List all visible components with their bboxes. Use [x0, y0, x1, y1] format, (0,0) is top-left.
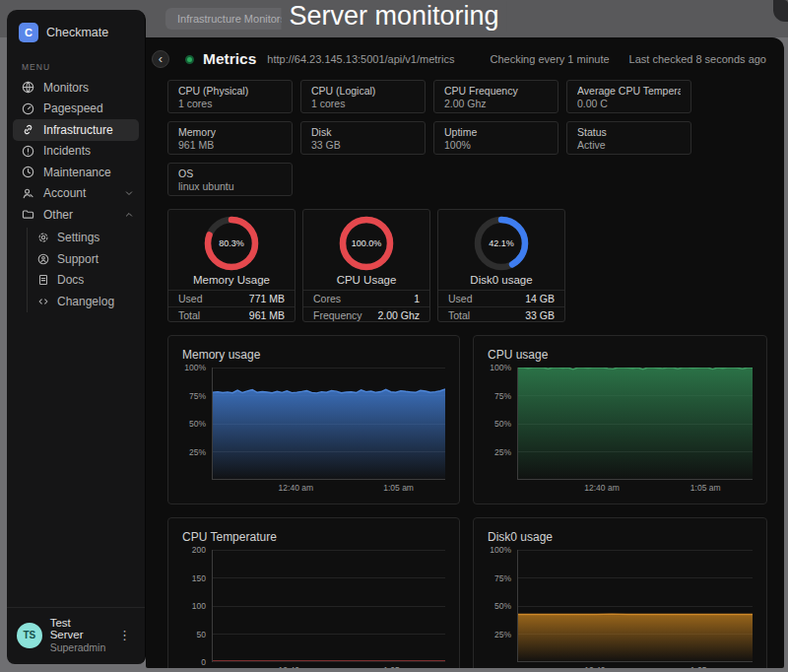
gauge-row: Used14 GB — [438, 290, 564, 306]
y-tick-label: 0 — [201, 657, 206, 667]
gauge-card-cpu-usage: 100.0%CPU UsageCores1Frequency2.00 Ghz — [302, 209, 430, 322]
x-axis: 12:40 am1:05 am — [212, 662, 445, 668]
gauge-row: Total961 MB — [168, 306, 295, 322]
user-name: Test Server — [50, 617, 106, 640]
sidebar-item-incidents[interactable]: Incidents — [13, 141, 139, 163]
stat-label: Disk — [311, 126, 415, 139]
y-axis: 100%75%50%25% — [488, 368, 517, 480]
gauge-row-key: Used — [448, 293, 473, 304]
gauge-row-value: 771 MB — [249, 293, 285, 304]
user-role: Superadmin — [50, 641, 106, 653]
gauge-row-value: 33 GB — [525, 309, 555, 321]
stat-value: 2.00 Ghz — [444, 98, 548, 110]
x-tick-label: 12:40 am — [584, 665, 619, 668]
link-icon — [21, 122, 35, 137]
sidebar-subitem-docs[interactable]: Docs — [28, 270, 145, 292]
sidebar-item-pagespeed[interactable]: Pagespeed — [13, 99, 139, 120]
sidebar-subitem-changelog[interactable]: Changelog — [28, 291, 145, 312]
sidebar: C Checkmate MENU MonitorsPagespeedInfras… — [7, 10, 146, 664]
sidebar-subitem-label: Docs — [57, 273, 84, 287]
y-tick-label: 50% — [494, 419, 511, 429]
y-tick-label: 100% — [490, 363, 511, 372]
gauge-row-value: 961 MB — [249, 309, 285, 321]
stat-label: CPU (Logical) — [311, 85, 415, 98]
globe-icon — [21, 80, 35, 95]
chart-card-memory-usage: Memory usage100%75%50%25%12:40 am1:05 am — [167, 335, 460, 504]
gauge-row: Used771 MB — [168, 290, 295, 306]
kebab-menu-icon[interactable]: ⋮ — [114, 626, 135, 644]
chevron-down-icon — [123, 187, 135, 199]
stat-value: 1 cores — [311, 98, 415, 110]
gauge-row-value: 1 — [414, 293, 420, 304]
stat-label: Status — [577, 126, 681, 139]
plot-area — [212, 550, 445, 662]
plot-area — [212, 368, 445, 480]
sidebar-item-label: Pagespeed — [43, 101, 103, 115]
stat-label: Memory — [178, 126, 282, 139]
last-checked: Last checked 8 seconds ago — [629, 53, 766, 65]
stat-label: CPU Frequency — [444, 85, 548, 98]
stat-card-cpu-logical-: CPU (Logical)1 cores — [300, 80, 426, 113]
stat-card-cpu-physical-: CPU (Physical)1 cores — [167, 80, 293, 113]
stat-value: 0.00 C — [577, 98, 681, 110]
x-tick-label: 12:40 am — [279, 665, 313, 668]
gauge-card-memory-usage: 80.3%Memory UsageUsed771 MBTotal961 MB — [167, 209, 296, 322]
alert-circle-icon — [21, 144, 35, 159]
chart-title: Memory usage — [182, 348, 445, 362]
sidebar-item-label: Other — [43, 208, 73, 222]
stat-card-memory: Memory961 MB — [167, 121, 293, 155]
checkmate-logo-icon: C — [19, 23, 38, 42]
stat-value: Active — [577, 139, 681, 152]
gauge-row-key: Total — [448, 309, 470, 321]
gauge-title: Disk0 usage — [438, 274, 564, 286]
sidebar-item-monitors[interactable]: Monitors — [13, 77, 139, 99]
sidebar-item-label: Infrastructure — [43, 123, 113, 137]
sidebar-item-infrastructure[interactable]: Infrastructure — [13, 119, 139, 141]
y-tick-label: 100% — [184, 363, 206, 372]
folder-icon — [21, 207, 35, 222]
gauge-percent: 80.3% — [204, 216, 259, 271]
sidebar-item-account[interactable]: Account — [13, 183, 139, 205]
sidebar-item-label: Maintenance — [43, 166, 111, 179]
stat-cards: CPU (Physical)1 coresCPU (Logical)1 core… — [167, 80, 784, 196]
x-axis: 12:40 am1:05 am — [517, 662, 753, 668]
user-icon — [21, 186, 35, 201]
stat-card-cpu-frequency: CPU Frequency2.00 Ghz — [433, 80, 558, 113]
stat-value: 961 MB — [178, 139, 282, 152]
x-axis: 12:40 am1:05 am — [517, 480, 753, 494]
stat-card-os: OSlinux ubuntu — [167, 163, 293, 196]
sidebar-item-other[interactable]: Other — [13, 204, 139, 226]
y-tick-label: 75% — [494, 391, 511, 401]
y-axis: 200150100500 — [182, 550, 212, 662]
chart-title: CPU Temperature — [182, 530, 445, 544]
window-title: Server monitoring — [281, 1, 506, 32]
user-footer[interactable]: TS Test Server Superadmin ⋮ — [7, 607, 145, 664]
plot-area — [517, 550, 753, 662]
gauge-row: Cores1 — [303, 290, 429, 306]
sidebar-subitem-label: Changelog — [57, 295, 114, 308]
y-tick-label: 50% — [494, 601, 511, 611]
sidebar-item-maintenance[interactable]: Maintenance — [13, 162, 139, 183]
brand-logo-button[interactable]: C Checkmate — [7, 10, 145, 48]
stat-value: linux ubuntu — [178, 180, 282, 193]
chart-body: 20015010050012:40 am1:05 am — [182, 550, 445, 668]
sidebar-submenu: SettingsSupportDocsChangelog — [27, 228, 145, 312]
stat-label: Average CPU Temperature — [577, 85, 681, 98]
window-corner — [773, 0, 788, 22]
chart-body: 100%75%50%25%12:40 am1:05 am — [488, 368, 753, 494]
gauge-card-disk0-usage: 42.1%Disk0 usageUsed14 GBTotal33 GB — [437, 209, 565, 322]
sidebar-subitem-support[interactable]: Support — [28, 248, 145, 270]
y-tick-label: 100 — [192, 601, 206, 611]
y-tick-label: 200 — [192, 545, 206, 555]
stat-label: CPU (Physical) — [178, 85, 282, 98]
donut-gauge: 42.1% — [474, 216, 529, 271]
back-button[interactable]: ‹ — [152, 50, 169, 68]
gauge-title: Memory Usage — [168, 274, 295, 286]
sidebar-subitem-settings[interactable]: Settings — [28, 228, 145, 249]
stat-card-uptime: Uptime100% — [433, 121, 558, 155]
chart-cards: Memory usage100%75%50%25%12:40 am1:05 am… — [167, 335, 784, 668]
y-tick-label: 150 — [192, 573, 206, 583]
y-tick-label: 50 — [197, 630, 206, 639]
x-tick-label: 1:05 am — [690, 483, 721, 493]
y-tick-label: 50% — [189, 419, 206, 429]
